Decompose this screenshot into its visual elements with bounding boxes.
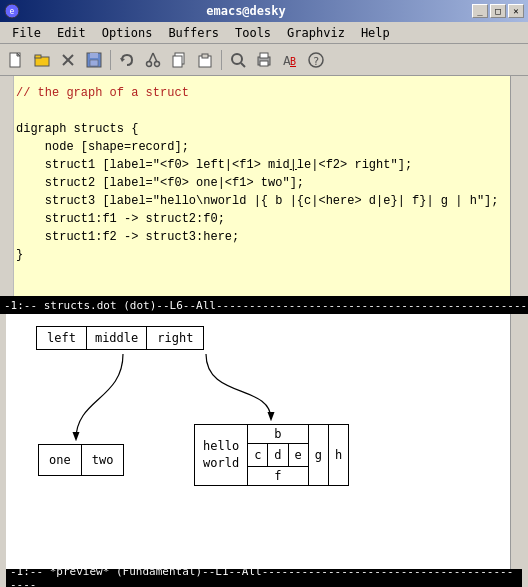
svg-rect-15 <box>173 56 182 67</box>
preview-content: left middle right one two helloworld <box>6 314 522 554</box>
struct2-cell-one: one <box>39 445 82 475</box>
svg-text:e: e <box>10 7 15 16</box>
editor-container: // the graph of a struct digraph structs… <box>0 76 528 587</box>
status-bar-1-text: -1:-- structs.dot (dot)--L6--All--------… <box>4 299 528 312</box>
menu-tools[interactable]: Tools <box>227 24 279 42</box>
status-bar-2: -1:-- *preview* (Fundamental)--L1--All--… <box>6 569 522 587</box>
menu-edit[interactable]: Edit <box>49 24 94 42</box>
code-line-edge1: struct1:f1 -> struct2:f0; <box>16 210 512 228</box>
menu-graphviz[interactable]: Graphviz <box>279 24 353 42</box>
cut-button[interactable] <box>141 48 165 72</box>
close-doc-button[interactable] <box>56 48 80 72</box>
struct3-inner: b c d e f <box>248 425 309 485</box>
svg-line-12 <box>149 53 153 62</box>
code-pane[interactable]: // the graph of a struct digraph structs… <box>0 76 528 296</box>
code-blank-1 <box>16 102 512 120</box>
menu-help[interactable]: Help <box>353 24 398 42</box>
code-line-struct3: struct3 [label="hello\nworld |{ b |{c|<h… <box>16 192 512 210</box>
title-bar: e emacs@desky _ □ ✕ <box>0 0 528 22</box>
window-title: emacs@desky <box>20 4 472 18</box>
preview-scrollbar[interactable] <box>510 314 522 587</box>
struct3-cell-d: d <box>268 444 288 466</box>
toolbar-separator-2 <box>221 50 222 70</box>
emacs-icon: e <box>4 3 20 19</box>
menu-bar: File Edit Options Buffers Tools Graphviz… <box>0 22 528 44</box>
toolbar-separator-1 <box>110 50 111 70</box>
undo-button[interactable] <box>115 48 139 72</box>
paste-button[interactable] <box>193 48 217 72</box>
status-bar-2-text: -1:-- *preview* (Fundamental)--L1--All--… <box>10 565 518 587</box>
struct2-cell-two: two <box>82 445 124 475</box>
save-button[interactable] <box>82 48 106 72</box>
open-button[interactable] <box>30 48 54 72</box>
code-content: // the graph of a struct digraph structs… <box>6 76 522 272</box>
struct3-cell-e: e <box>289 444 308 466</box>
graph-area: left middle right one two helloworld <box>16 324 496 544</box>
maximize-button[interactable]: □ <box>490 4 506 18</box>
struct3-cell-c: c <box>248 444 268 466</box>
svg-point-18 <box>232 54 242 64</box>
help-button[interactable]: ? <box>304 48 328 72</box>
struct3-cell-b: b <box>248 425 308 444</box>
copy-button[interactable] <box>167 48 191 72</box>
svg-rect-21 <box>260 53 268 58</box>
code-line-node: node [shape=record]; <box>16 138 512 156</box>
line-number-gutter <box>6 76 14 296</box>
window-controls: _ □ ✕ <box>472 4 524 18</box>
struct3-cell-g: g <box>309 425 329 485</box>
menu-buffers[interactable]: Buffers <box>160 24 227 42</box>
spell-button[interactable]: AB <box>278 48 302 72</box>
svg-rect-4 <box>35 55 41 58</box>
new-button[interactable] <box>4 48 28 72</box>
menu-options[interactable]: Options <box>94 24 161 42</box>
svg-point-10 <box>147 61 152 66</box>
struct1-cell-right: right <box>147 327 203 349</box>
print-button[interactable] <box>252 48 276 72</box>
struct1-cell-left: left <box>37 327 87 349</box>
struct3-cell-h: h <box>329 425 348 485</box>
struct3-middle-row: c d e <box>248 444 308 467</box>
close-button[interactable]: ✕ <box>508 4 524 18</box>
status-bar-1: -1:-- structs.dot (dot)--L6--All--------… <box>0 296 528 314</box>
svg-text:?: ? <box>313 55 320 68</box>
struct3-cell-helloworld: helloworld <box>195 425 248 485</box>
menu-file[interactable]: File <box>4 24 49 42</box>
code-line-close: } <box>16 246 512 264</box>
svg-text:B: B <box>290 56 296 67</box>
code-comment: // the graph of a struct <box>16 84 512 102</box>
struct3-cell-f: f <box>248 467 308 485</box>
code-scrollbar[interactable] <box>510 76 522 296</box>
svg-line-13 <box>153 53 157 62</box>
svg-rect-17 <box>202 54 208 58</box>
svg-point-11 <box>155 61 160 66</box>
svg-line-19 <box>241 63 245 67</box>
struct1-cell-middle: middle <box>87 327 147 349</box>
minimize-button[interactable]: _ <box>472 4 488 18</box>
title-bar-left: e <box>4 3 20 19</box>
search-button[interactable] <box>226 48 250 72</box>
struct3-node: helloworld b c d e f <box>194 424 349 486</box>
code-line-struct1: struct1 [label="<f0> left|<f1> mid|le|<f… <box>16 156 512 174</box>
svg-rect-9 <box>90 60 98 66</box>
preview-pane[interactable]: left middle right one two helloworld <box>0 314 528 587</box>
toolbar: AB ? <box>0 44 528 76</box>
svg-rect-22 <box>260 61 268 66</box>
svg-rect-8 <box>90 53 98 58</box>
code-line-struct2: struct2 [label="<f0> one|<f1> two"]; <box>16 174 512 192</box>
struct1-node: left middle right <box>36 326 204 350</box>
code-line-digraph: digraph structs { <box>16 120 512 138</box>
struct2-node: one two <box>38 444 124 476</box>
code-line-edge2: struct1:f2 -> struct3:here; <box>16 228 512 246</box>
